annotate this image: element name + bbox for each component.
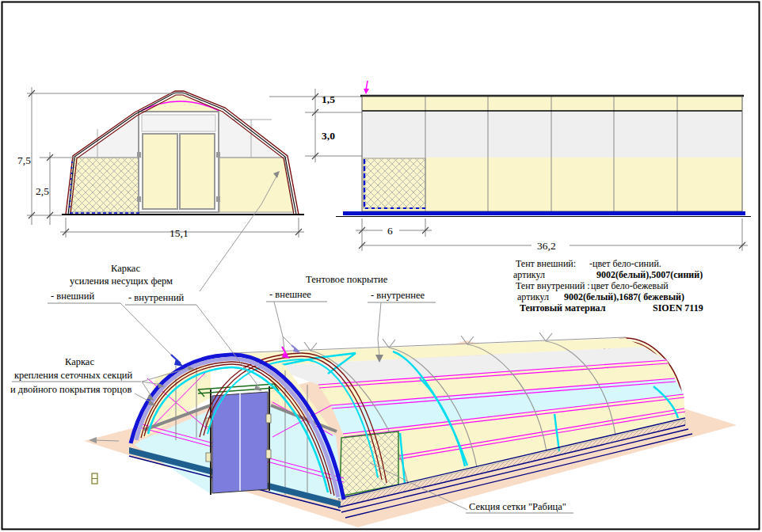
mesh-frame-title2: крепления сеточных секций [14,370,133,381]
side-marker-arrow [364,89,369,94]
note-material-value: SIOEN 7119 [653,302,703,314]
note-outer-article-value: 9002(белый),5007(синий) [596,269,703,280]
front-right-panel [219,158,294,212]
side-base-beam [343,211,745,215]
drawing-page: 7,5 2,5 15,1 1,5 3,0 6 36,2 [0,0,762,532]
front-mesh-hatch [70,158,139,212]
note-inner-article-label: артикул [517,291,549,302]
frame-inner-label: - внутренний [128,292,185,303]
note-outer-article-label: артикул [513,269,545,280]
note-outer-tent-label: Тент внешний: [516,258,576,269]
mesh-frame-title3: и двойного покрытия торцов [10,384,131,395]
cover-inner-label: - внутреннее [371,290,425,301]
dim-front-width: 15,1 [170,227,189,239]
dim-total-length: 36,2 [537,240,556,252]
dim-mesh-length: 6 [387,225,393,237]
front-door-right [180,134,215,209]
dim-top-band: 1,5 [322,93,335,105]
cover-title: Тентовое покрытие [306,274,388,285]
isometric-view [84,332,737,527]
side-mesh-section [364,158,425,208]
side-elevation-view [336,81,751,217]
note-inner-tent-value: цвет бело-бежевый [591,280,669,291]
note-inner-tent-label: Тент внутренний : [516,280,590,291]
frame-outer-label: - внешний [51,291,94,302]
note-outer-tent-value: -цвет бело-синий. [589,258,661,269]
drawing-canvas: 7,5 2,5 15,1 1,5 3,0 6 36,2 [0,0,762,532]
front-elevation-view [62,91,304,215]
dim-middle-band: 3,0 [322,130,335,142]
note-material-label: Тентовый материал [520,302,606,314]
front-door-transom [142,115,215,131]
hinge-detail-symbol [92,473,97,484]
side-middle-band [362,111,742,158]
frame-reinforcement-title1: Каркас [111,263,140,274]
frame-reinforcement-title2: усиления несущих ферм [70,276,173,287]
mesh-frame-title1: Каркас [65,356,94,367]
front-door-left [143,134,177,209]
mesh-section-label: Секция сетки "Рабица" [469,501,566,512]
side-top-band [362,96,742,111]
dim-front-total-height: 7,5 [17,154,31,166]
dim-front-lower-height: 2,5 [36,185,49,197]
cover-outer-label: - внешнее [269,289,311,300]
note-inner-article-value: 9002(белый),1687( бежевый) [564,291,684,302]
notes-block: Тент внешний: -цвет бело-синий. артикул … [513,258,703,314]
